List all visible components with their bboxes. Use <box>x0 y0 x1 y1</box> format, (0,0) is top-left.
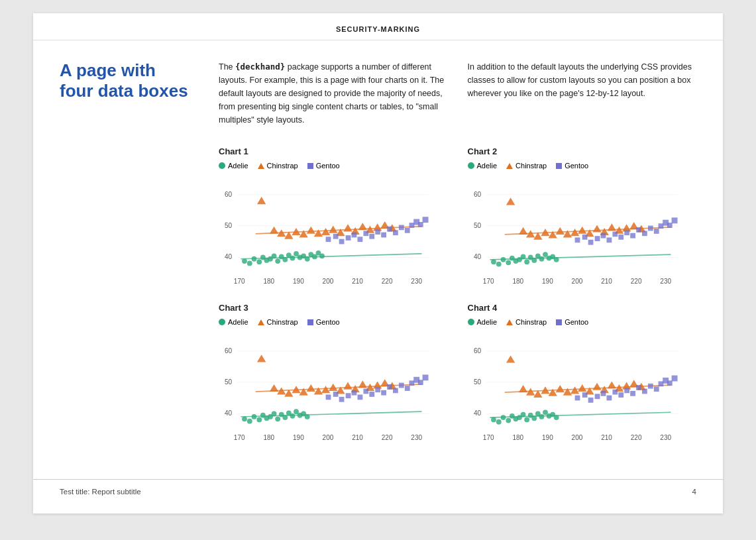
legend-chinstrap-2: Chinstrap <box>506 162 547 170</box>
svg-point-167 <box>290 413 296 419</box>
svg-point-158 <box>256 417 262 423</box>
svg-rect-265 <box>618 392 623 398</box>
chart-3-svg: 60 50 40 170 180 190 200 210 220 230 <box>219 330 448 446</box>
svg-text:170: 170 <box>234 434 245 441</box>
svg-marker-47 <box>343 224 352 231</box>
svg-rect-139 <box>671 217 677 223</box>
svg-rect-62 <box>375 229 380 235</box>
svg-point-163 <box>275 416 280 421</box>
chart-2-svg: 60 50 40 170 180 190 200 210 220 230 <box>468 174 697 290</box>
svg-text:190: 190 <box>542 278 553 285</box>
svg-rect-127 <box>606 237 612 243</box>
svg-point-22 <box>272 253 277 258</box>
svg-point-23 <box>275 258 280 264</box>
svg-rect-71 <box>423 217 429 223</box>
svg-text:60: 60 <box>225 191 233 198</box>
chart-1-title: Chart 1 <box>219 146 448 156</box>
chart-2-title: Chart 2 <box>468 146 697 156</box>
svg-text:40: 40 <box>225 253 233 260</box>
svg-rect-66 <box>399 225 404 230</box>
svg-point-171 <box>305 414 310 419</box>
svg-rect-195 <box>358 395 363 400</box>
adelie-dot-icon <box>219 162 225 169</box>
svg-point-156 <box>247 419 252 424</box>
svg-rect-192 <box>339 397 345 402</box>
svg-point-168 <box>294 409 299 414</box>
adelie-label-3: Adelie <box>228 318 248 326</box>
svg-point-155 <box>242 416 247 421</box>
svg-marker-249 <box>578 384 586 392</box>
chart-4-legend: Adelie Chinstrap Gentoo <box>468 318 697 326</box>
svg-text:170: 170 <box>234 278 245 285</box>
chart-box-4: Chart 4 Adelie Chinstrap Gentoo <box>468 303 697 446</box>
adelie-label-4: Adelie <box>477 318 498 326</box>
legend-adelie: Adelie <box>219 162 248 170</box>
svg-rect-130 <box>624 230 629 235</box>
footer-left: Test title: Report subtitle <box>60 488 141 496</box>
gentoo-square-2-icon <box>556 163 562 169</box>
chart-2-legend: Adelie Chinstrap Gentoo <box>468 162 697 170</box>
svg-point-230 <box>520 412 525 417</box>
svg-marker-253 <box>607 381 616 388</box>
svg-text:40: 40 <box>225 409 233 417</box>
svg-marker-110 <box>555 227 564 235</box>
chinstrap-label-4: Chinstrap <box>515 318 547 326</box>
svg-rect-134 <box>647 226 653 231</box>
svg-rect-131 <box>630 233 635 239</box>
svg-marker-172 <box>257 354 266 362</box>
svg-rect-138 <box>667 223 672 228</box>
legend-gentoo-2: Gentoo <box>556 162 588 170</box>
svg-rect-125 <box>594 236 600 241</box>
svg-marker-49 <box>358 223 367 230</box>
svg-text:200: 200 <box>571 278 582 285</box>
gentoo-label: Gentoo <box>316 162 340 170</box>
svg-marker-241 <box>518 385 527 392</box>
svg-rect-61 <box>369 234 374 239</box>
svg-point-223 <box>491 417 496 423</box>
svg-rect-260 <box>588 398 593 403</box>
svg-rect-68 <box>409 223 415 228</box>
svg-rect-267 <box>630 391 635 396</box>
svg-point-88 <box>496 262 501 267</box>
svg-text:230: 230 <box>660 278 671 285</box>
svg-rect-271 <box>653 386 659 392</box>
svg-rect-55 <box>333 234 339 239</box>
chinstrap-label-3: Chinstrap <box>267 318 298 326</box>
page-title: A page with four data boxes <box>60 60 192 101</box>
svg-rect-193 <box>346 393 351 398</box>
svg-rect-59 <box>358 237 363 242</box>
adelie-dot-4-icon <box>468 319 474 325</box>
svg-marker-45 <box>329 226 337 233</box>
svg-marker-173 <box>270 384 278 392</box>
svg-text:170: 170 <box>482 278 494 285</box>
svg-point-157 <box>252 414 257 419</box>
svg-rect-275 <box>671 376 677 382</box>
chart-1-legend: Adelie Chinstrap Gentoo <box>219 162 448 170</box>
svg-rect-202 <box>399 383 404 388</box>
adelie-label-2: Adelie <box>477 162 498 170</box>
svg-marker-113 <box>578 227 586 234</box>
svg-rect-124 <box>588 240 593 245</box>
legend-adelie-2: Adelie <box>468 162 498 170</box>
svg-rect-197 <box>369 392 374 397</box>
svg-rect-261 <box>594 394 600 399</box>
svg-text:210: 210 <box>352 278 363 285</box>
svg-text:180: 180 <box>512 278 523 285</box>
chart-3-area: 60 50 40 170 180 190 200 210 220 230 <box>219 330 448 446</box>
svg-text:50: 50 <box>473 222 481 229</box>
svg-rect-135 <box>653 229 659 234</box>
svg-point-231 <box>524 417 529 423</box>
svg-rect-70 <box>418 222 423 227</box>
svg-point-226 <box>506 418 511 423</box>
svg-point-16 <box>247 261 252 266</box>
svg-rect-56 <box>339 239 345 244</box>
adelie-label: Adelie <box>228 162 248 170</box>
svg-text:230: 230 <box>411 278 422 285</box>
svg-text:230: 230 <box>411 434 422 441</box>
svg-marker-112 <box>570 229 578 236</box>
footer-right: 4 <box>692 488 696 496</box>
chart-4-area: 60 50 40 170 180 190 200 210 220 230 <box>468 330 697 446</box>
svg-marker-240 <box>506 355 514 362</box>
chart-4-svg: 60 50 40 170 180 190 200 210 220 230 <box>468 330 697 446</box>
svg-text:40: 40 <box>473 253 481 260</box>
